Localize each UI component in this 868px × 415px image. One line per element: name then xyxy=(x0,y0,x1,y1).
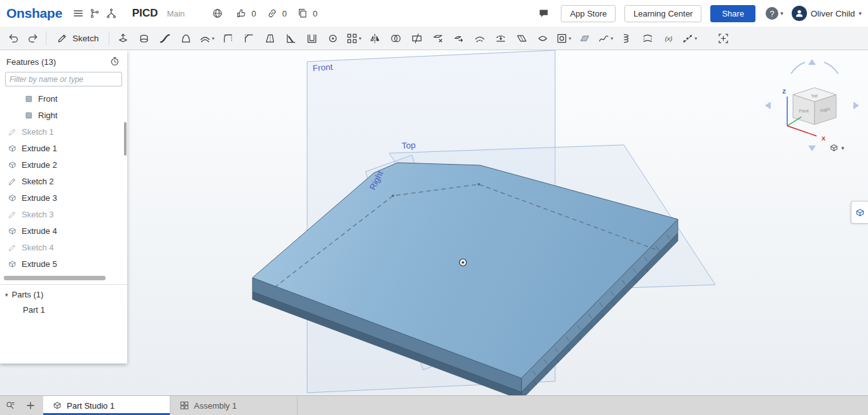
parts-flyout-toggle[interactable] xyxy=(851,201,868,224)
loft-tool-button[interactable] xyxy=(176,29,195,47)
revolve-tool-button[interactable] xyxy=(134,29,153,47)
fillet-tool-button[interactable] xyxy=(218,29,237,47)
document-title[interactable]: PICD xyxy=(132,7,158,20)
chevron-down-icon[interactable]: ▾ xyxy=(359,36,361,41)
feature-item-right[interactable]: Right xyxy=(0,107,127,123)
workspace-name[interactable]: Main xyxy=(167,9,184,18)
tab-part-studio-1[interactable]: Part Studio 1 xyxy=(43,396,170,415)
search-tabs-button[interactable] xyxy=(0,396,20,415)
learning-center-button[interactable]: Learning Center xyxy=(624,5,701,22)
vertical-scrollbar[interactable] xyxy=(124,122,127,156)
feature-item-extrude-5[interactable]: Extrude 5 xyxy=(0,255,127,272)
selection-tools-tool-button[interactable] xyxy=(713,29,733,47)
help-icon: ? xyxy=(766,7,778,20)
top-plane-label[interactable]: Top xyxy=(401,140,416,151)
chamfer-tool-button[interactable] xyxy=(239,29,258,47)
mirror-tool-button[interactable] xyxy=(365,29,384,47)
main-menu-button[interactable] xyxy=(70,5,86,22)
user-menu[interactable]: Oliver Child ▾ xyxy=(792,6,862,21)
tab-assembly-1[interactable]: Assembly 1 xyxy=(170,396,298,415)
pencil-icon xyxy=(8,177,17,186)
view-options-button[interactable]: ▾ xyxy=(829,142,844,153)
offset-surface-tool-button[interactable] xyxy=(470,29,489,47)
boolean-tool-button[interactable] xyxy=(386,29,405,47)
move-face-tool-button[interactable] xyxy=(449,29,468,47)
enclose-tool-button[interactable]: ▾ xyxy=(554,29,573,47)
feature-item-sketch-4[interactable]: Sketch 4 xyxy=(0,239,127,255)
graphics-viewport[interactable]: Front Top Right Top Front Right Z X xyxy=(0,0,868,415)
chevron-down-icon[interactable]: ▾ xyxy=(610,36,613,41)
revolve-icon xyxy=(138,32,150,44)
chevron-down-icon[interactable]: ▾ xyxy=(212,36,214,41)
document-structure-button[interactable] xyxy=(103,5,120,22)
offset-surface-icon xyxy=(474,32,486,44)
helix-tool-button[interactable] xyxy=(617,29,636,47)
boxcube-icon xyxy=(52,400,62,411)
chevron-down-icon[interactable]: ▾ xyxy=(694,36,697,41)
redo-button[interactable] xyxy=(23,29,42,47)
pencil-icon xyxy=(8,210,17,219)
draft-tool-button[interactable] xyxy=(260,29,279,47)
horizontal-scrollbar[interactable] xyxy=(4,276,106,280)
variable-tool-button[interactable]: (x) xyxy=(659,29,678,47)
feature-item-front[interactable]: Front xyxy=(0,90,127,107)
assembly-icon xyxy=(179,400,189,411)
curve-pattern-tool-button[interactable]: ▾ xyxy=(680,29,699,47)
boxcube-icon xyxy=(855,207,865,218)
globe-icon[interactable] xyxy=(209,5,226,22)
link-counter[interactable]: 0 xyxy=(264,5,287,22)
replace-face-tool-button[interactable] xyxy=(491,29,510,47)
feature-item-sketch-1[interactable]: Sketch 1 xyxy=(0,123,127,140)
new-tab-button[interactable] xyxy=(20,396,41,415)
rollback-history-button[interactable] xyxy=(109,56,121,67)
comment-button[interactable] xyxy=(535,5,552,22)
feature-filter-input[interactable] xyxy=(5,72,122,86)
fill-surface-icon xyxy=(537,32,549,44)
sweep-tool-button[interactable] xyxy=(155,29,174,47)
view-cube-front-label[interactable]: Front xyxy=(799,109,808,113)
fill-surface-tool-button[interactable] xyxy=(533,29,552,47)
feature-item-extrude-1[interactable]: Extrude 1 xyxy=(0,140,127,156)
composite-curve-tool-button[interactable]: ▾ xyxy=(596,29,615,47)
thicken-icon xyxy=(199,32,211,44)
share-button[interactable]: Share xyxy=(710,5,755,22)
link-count: 0 xyxy=(282,9,287,18)
app-store-button[interactable]: App Store xyxy=(561,5,616,22)
origin-marker[interactable] xyxy=(460,259,467,266)
ruled-surface-tool-button[interactable] xyxy=(512,29,531,47)
sketch-label: Sketch xyxy=(72,34,99,43)
rib-tool-button[interactable] xyxy=(281,29,300,47)
feature-item-sketch-3[interactable]: Sketch 3 xyxy=(0,206,127,222)
feature-item-extrude-3[interactable]: Extrude 3 xyxy=(0,189,127,206)
feature-item-extrude-2[interactable]: Extrude 2 xyxy=(0,156,127,173)
plane-icon xyxy=(24,94,34,104)
like-counter[interactable]: 0 xyxy=(233,5,256,22)
feature-label: Extrude 3 xyxy=(22,193,57,203)
copy-counter[interactable]: 0 xyxy=(294,5,317,22)
onshape-logo[interactable]: Onshape xyxy=(6,6,62,21)
extrude-tool-button[interactable] xyxy=(113,29,132,47)
versions-button[interactable] xyxy=(86,5,103,22)
plane-tool-button[interactable] xyxy=(575,29,594,47)
shell-tool-button[interactable] xyxy=(302,29,321,47)
parts-section-header[interactable]: ▾ Parts (1) xyxy=(0,285,127,302)
hole-tool-button[interactable] xyxy=(323,29,342,47)
sketch-vertex[interactable] xyxy=(478,183,480,186)
chevron-down-icon[interactable]: ▾ xyxy=(568,36,571,41)
parts-list: Part 1 xyxy=(0,302,127,317)
feature-item-sketch-2[interactable]: Sketch 2 xyxy=(0,173,127,189)
thicken-tool-button[interactable]: ▾ xyxy=(197,29,216,47)
projected-curve-tool-button[interactable] xyxy=(638,29,657,47)
sketch-vertex[interactable] xyxy=(392,194,394,197)
split-tool-button[interactable] xyxy=(407,29,426,47)
sketch-button[interactable]: Sketch xyxy=(50,29,105,47)
front-plane-label[interactable]: Front xyxy=(312,62,333,73)
feature-label: Extrude 4 xyxy=(22,226,57,236)
part-item-part-1[interactable]: Part 1 xyxy=(0,302,127,317)
undo-button[interactable] xyxy=(4,29,23,47)
delete-face-tool-button[interactable] xyxy=(428,29,447,47)
feature-label: Sketch 1 xyxy=(22,127,54,137)
feature-item-extrude-4[interactable]: Extrude 4 xyxy=(0,222,127,239)
linear-pattern-tool-button[interactable]: ▾ xyxy=(344,29,363,47)
help-menu[interactable]: ? ▾ xyxy=(766,7,783,20)
